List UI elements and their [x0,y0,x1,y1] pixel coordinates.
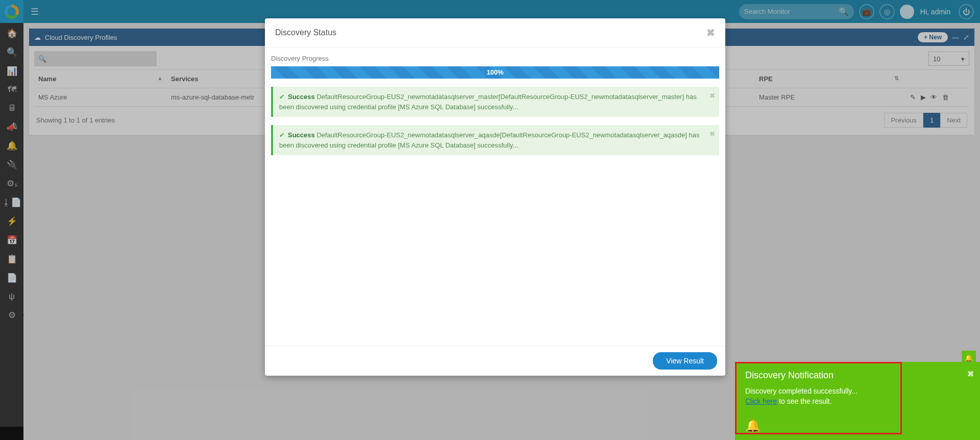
modal-title: Discovery Status [275,28,336,37]
modal-footer: View Result [265,346,725,376]
progress-label: Discovery Progress [271,55,719,62]
modal-body: Discovery Progress 100% ✖ Success Defaul… [265,47,725,346]
check-icon [279,93,288,101]
alert-message: DefaultResourceGroup-EUS2_newmotadatasql… [279,93,697,111]
modal-header: Discovery Status ✖ [265,18,725,47]
discovery-alert: ✖ Success DefaultResourceGroup-EUS2_newm… [271,125,719,155]
alert-dismiss-icon[interactable]: ✖ [709,91,715,101]
view-result-button[interactable]: View Result [653,352,717,370]
alert-status: Success [288,131,315,139]
toast-bell-tab-icon[interactable]: 🔔 [962,351,976,365]
discovery-status-modal: Discovery Status ✖ Discovery Progress 10… [265,18,725,376]
close-icon[interactable]: ✖ [706,27,715,39]
alert-status: Success [288,93,315,101]
check-icon [279,131,288,139]
progress-bar: 100% [271,66,719,79]
discovery-notification-toast: 🔔 ✖ Discovery Notification Discovery com… [735,362,980,440]
alert-message: DefaultResourceGroup-EUS2_newmotadatasql… [279,131,699,149]
annotation-highlight [735,362,902,434]
alert-dismiss-icon[interactable]: ✖ [709,129,715,139]
discovery-alert: ✖ Success DefaultResourceGroup-EUS2_newm… [271,87,719,117]
toast-close-icon[interactable]: ✖ [967,369,974,379]
